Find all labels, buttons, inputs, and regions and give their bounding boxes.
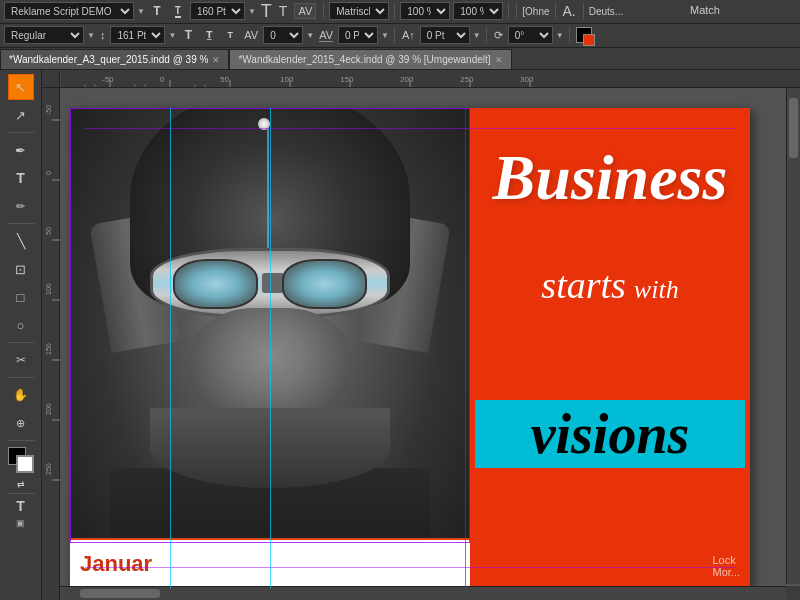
- font-name-arrow: ▼: [137, 7, 145, 16]
- chin-area: [150, 408, 390, 488]
- large-T-icon[interactable]: T: [261, 1, 272, 22]
- baseline-arrow: ▼: [473, 31, 481, 40]
- tool-sep-2: [7, 223, 35, 224]
- track-arrow: ▼: [381, 31, 389, 40]
- track-select[interactable]: 0 Pt: [338, 26, 378, 44]
- visions-box: visions: [475, 400, 745, 468]
- tools-panel: ↖ ↗ ✒ T ✏ ╲ ⊡ □ ○ ✂ ✋ ⊕ ⇄ T ▣: [0, 70, 42, 600]
- line-tool[interactable]: ╲: [8, 228, 34, 254]
- main-area: ↖ ↗ ✒ T ✏ ╲ ⊡ □ ○ ✂ ✋ ⊕ ⇄ T ▣: [0, 70, 800, 600]
- A-icon: A.: [563, 3, 576, 19]
- tab-1[interactable]: *Wandkalender_A3_quer_2015.indd @ 39 % ✕: [0, 49, 229, 69]
- svg-text:-50: -50: [102, 75, 114, 84]
- view-mode-icon[interactable]: ▣: [16, 518, 25, 528]
- business-container: Business: [475, 143, 745, 213]
- kern-select[interactable]: 0: [263, 26, 303, 44]
- row2-sep-2: [486, 27, 487, 43]
- swap-colors-icon[interactable]: ⇄: [17, 479, 25, 489]
- svg-text:0: 0: [160, 75, 165, 84]
- color-picker[interactable]: [8, 447, 34, 473]
- svg-text:250: 250: [45, 463, 52, 475]
- tab-bar: *Wandkalender_A3_quer_2015.indd @ 39 % ✕…: [0, 48, 800, 70]
- document-canvas[interactable]: Januar Business starts with: [60, 88, 800, 600]
- svg-text:150: 150: [340, 75, 354, 84]
- fill-color[interactable]: [576, 27, 592, 43]
- baseline-select[interactable]: 0 Pt: [420, 26, 470, 44]
- font-style-select[interactable]: Regular: [4, 26, 84, 44]
- toolbar-row2: Regular ▼ ↕ 161 Pt ▼ T T̲ T AV 0 ▼ AV 0 …: [0, 24, 800, 47]
- font-name-select[interactable]: Reklame Script DEMO: [4, 2, 134, 20]
- stroke-color[interactable]: [583, 34, 595, 46]
- tool-sep-3: [7, 342, 35, 343]
- direct-select-tool[interactable]: ↗: [8, 102, 34, 128]
- rect-tool[interactable]: □: [8, 284, 34, 310]
- medium-T-icon[interactable]: T: [279, 3, 288, 19]
- scrollbar-vertical[interactable]: [786, 88, 800, 584]
- angle-icon: ⟳: [494, 29, 503, 42]
- svg-text:150: 150: [45, 343, 52, 355]
- text-icon-2[interactable]: T: [169, 2, 187, 20]
- tab-1-label: *Wandkalender_A3_quer_2015.indd @ 39 %: [9, 54, 208, 65]
- kern-arrow: ▼: [306, 31, 314, 40]
- kern-icon: AV: [244, 29, 258, 41]
- tab-1-close[interactable]: ✕: [212, 55, 220, 65]
- type-tool[interactable]: T: [8, 165, 34, 191]
- pen-tool[interactable]: ✒: [8, 137, 34, 163]
- scrollbar-horizontal[interactable]: [60, 586, 786, 600]
- separator-4: [516, 3, 517, 19]
- ellipse-tool[interactable]: ○: [8, 312, 34, 338]
- font-style-arrow: ▼: [87, 31, 95, 40]
- font-size-select[interactable]: 160 Pt: [190, 2, 245, 20]
- text-icon-row2-3[interactable]: T: [221, 26, 239, 44]
- photo-container: [70, 108, 470, 588]
- page-left: Januar: [70, 108, 470, 588]
- tab-2-close[interactable]: ✕: [495, 55, 503, 65]
- zoom-tool[interactable]: ⊕: [8, 410, 34, 436]
- pencil-tool[interactable]: ✏: [8, 193, 34, 219]
- helmet-center-line: [267, 128, 269, 248]
- av-icon[interactable]: AV: [294, 3, 316, 19]
- svg-text:100: 100: [280, 75, 294, 84]
- hand-tool[interactable]: ✋: [8, 382, 34, 408]
- starts-text: starts: [541, 263, 625, 307]
- page-right: Business starts with visions: [470, 108, 750, 588]
- text-frame-tool[interactable]: T: [16, 498, 25, 514]
- svg-text:50: 50: [220, 75, 229, 84]
- toolbar: Reklame Script DEMO ▼ T T 160 Pt ▼ T T A…: [0, 0, 800, 48]
- row2-sep-3: [569, 27, 570, 43]
- rect-frame-tool[interactable]: ⊡: [8, 256, 34, 282]
- angle-select[interactable]: 0°: [508, 26, 553, 44]
- scissors-tool[interactable]: ✂: [8, 347, 34, 373]
- ruler-horizontal: -50 0 50 100 150 200 250 300: [42, 70, 800, 88]
- baseline-icon: A↑: [402, 29, 415, 41]
- tool-sep-5: [7, 440, 35, 441]
- tab-2-label: *Wandkalender_2015_4eck.indd @ 39 % [Umg…: [238, 54, 490, 65]
- separator-2: [394, 3, 395, 19]
- ruler-v-svg: -50 0 50 100 150 200 250: [42, 70, 60, 600]
- visions-text: visions: [479, 406, 741, 462]
- angle-arrow: ▼: [556, 31, 564, 40]
- text-icon-row2-1[interactable]: T: [179, 26, 197, 44]
- scale-v-select[interactable]: 100 %: [453, 2, 503, 20]
- business-word: Business: [475, 143, 745, 213]
- metric-select[interactable]: Matrisch: [329, 2, 389, 20]
- scrollbar-handle-horizontal[interactable]: [80, 589, 160, 598]
- tool-sep-4: [7, 377, 35, 378]
- separator-6: [583, 3, 584, 19]
- match-label: Match: [690, 4, 720, 16]
- tab-2[interactable]: *Wandkalender_2015_4eck.indd @ 39 % [Umg…: [229, 49, 511, 69]
- text-icon-1[interactable]: T: [148, 2, 166, 20]
- font-size-arrow: ▼: [248, 7, 256, 16]
- with-text: with: [634, 275, 679, 305]
- scrollbar-handle-vertical[interactable]: [789, 98, 798, 158]
- svg-text:50: 50: [45, 227, 52, 235]
- ohne-label: [Ohne: [522, 6, 549, 17]
- stroke-swatch[interactable]: [16, 455, 34, 473]
- scale-h-select[interactable]: 100 %: [400, 2, 450, 20]
- select-tool[interactable]: ↖: [8, 74, 34, 100]
- text-icon-row2-2[interactable]: T̲: [200, 26, 218, 44]
- leading-select[interactable]: 161 Pt: [110, 26, 165, 44]
- toolbar-row1: Reklame Script DEMO ▼ T T 160 Pt ▼ T T A…: [0, 0, 800, 24]
- svg-text:200: 200: [400, 75, 414, 84]
- separator-3: [508, 3, 509, 19]
